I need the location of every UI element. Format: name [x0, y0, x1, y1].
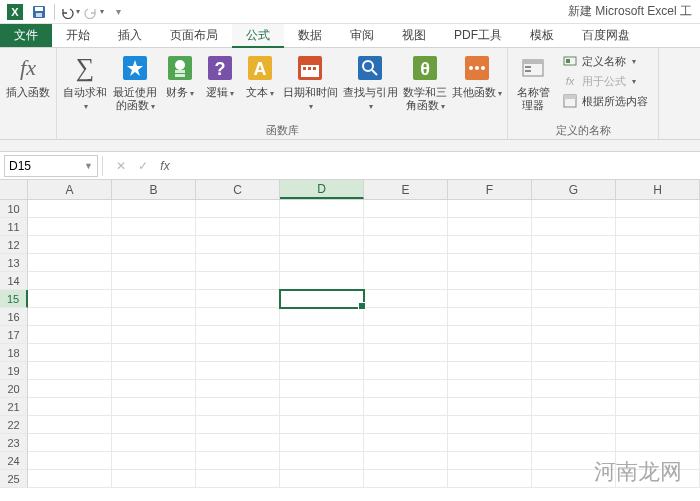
logical-button[interactable]: ? 逻辑▾	[201, 50, 239, 102]
row-header[interactable]: 12	[0, 236, 28, 254]
column-header[interactable]: H	[616, 180, 700, 199]
cell[interactable]	[616, 218, 700, 236]
cell[interactable]	[616, 326, 700, 344]
cell[interactable]	[112, 236, 196, 254]
cell[interactable]	[112, 380, 196, 398]
cell[interactable]	[112, 398, 196, 416]
cell[interactable]	[196, 344, 280, 362]
cell[interactable]	[112, 416, 196, 434]
cell[interactable]	[364, 200, 448, 218]
cell[interactable]	[280, 218, 364, 236]
column-header[interactable]: C	[196, 180, 280, 199]
cell[interactable]	[280, 416, 364, 434]
row-header[interactable]: 15	[0, 290, 28, 308]
cell[interactable]	[616, 308, 700, 326]
tab-file[interactable]: 文件	[0, 24, 52, 47]
select-all-corner[interactable]	[0, 180, 28, 199]
column-header[interactable]: D	[280, 180, 364, 199]
create-from-selection-button[interactable]: 根据所选内容	[560, 92, 650, 110]
tab-formulas[interactable]: 公式	[232, 24, 284, 48]
cell[interactable]	[196, 272, 280, 290]
cell[interactable]	[448, 452, 532, 470]
cell[interactable]	[364, 344, 448, 362]
cell[interactable]	[112, 290, 196, 308]
row-header[interactable]: 25	[0, 470, 28, 488]
cell[interactable]	[448, 362, 532, 380]
cell[interactable]	[112, 362, 196, 380]
cell[interactable]	[112, 308, 196, 326]
cell[interactable]	[616, 200, 700, 218]
cell[interactable]	[280, 272, 364, 290]
tab-data[interactable]: 数据	[284, 24, 336, 47]
cell[interactable]	[448, 380, 532, 398]
tab-page-layout[interactable]: 页面布局	[156, 24, 232, 47]
cell[interactable]	[196, 218, 280, 236]
cell[interactable]	[448, 272, 532, 290]
cell[interactable]	[364, 272, 448, 290]
cell[interactable]	[196, 308, 280, 326]
cell[interactable]	[196, 200, 280, 218]
cell[interactable]	[448, 398, 532, 416]
cell[interactable]	[112, 470, 196, 488]
row-header[interactable]: 21	[0, 398, 28, 416]
cell[interactable]	[532, 452, 616, 470]
column-header[interactable]: F	[448, 180, 532, 199]
tab-review[interactable]: 审阅	[336, 24, 388, 47]
cell[interactable]	[28, 236, 112, 254]
cell[interactable]	[364, 290, 448, 308]
cell[interactable]	[616, 416, 700, 434]
row-header[interactable]: 11	[0, 218, 28, 236]
cell[interactable]	[280, 470, 364, 488]
insert-function-button[interactable]: fx 插入函数	[4, 50, 52, 101]
cell[interactable]	[364, 254, 448, 272]
fx-icon[interactable]: fx	[157, 159, 173, 173]
cell[interactable]	[448, 200, 532, 218]
use-in-formula-button[interactable]: fx 用于公式▾	[560, 72, 650, 90]
cell[interactable]	[448, 254, 532, 272]
column-header[interactable]: E	[364, 180, 448, 199]
row-header[interactable]: 10	[0, 200, 28, 218]
row-header[interactable]: 18	[0, 344, 28, 362]
row-header[interactable]: 24	[0, 452, 28, 470]
cell[interactable]	[28, 218, 112, 236]
chevron-down-icon[interactable]: ▼	[84, 161, 93, 171]
cell[interactable]	[616, 290, 700, 308]
cell[interactable]	[196, 254, 280, 272]
row-header[interactable]: 23	[0, 434, 28, 452]
cell[interactable]	[196, 362, 280, 380]
cell[interactable]	[532, 236, 616, 254]
define-name-button[interactable]: 定义名称▾	[560, 52, 650, 70]
cell[interactable]	[532, 272, 616, 290]
row-header[interactable]: 19	[0, 362, 28, 380]
cell[interactable]	[280, 452, 364, 470]
cell[interactable]	[616, 236, 700, 254]
cell[interactable]	[532, 308, 616, 326]
cell[interactable]	[196, 434, 280, 452]
tab-templates[interactable]: 模板	[516, 24, 568, 47]
cell[interactable]	[280, 200, 364, 218]
cell[interactable]	[532, 344, 616, 362]
undo-icon[interactable]: ▾	[59, 1, 81, 23]
tab-baidu-netdisk[interactable]: 百度网盘	[568, 24, 644, 47]
cell[interactable]	[616, 254, 700, 272]
save-icon[interactable]	[28, 1, 50, 23]
cell[interactable]	[196, 380, 280, 398]
cell[interactable]	[112, 344, 196, 362]
cell[interactable]	[28, 416, 112, 434]
cell[interactable]	[364, 218, 448, 236]
cell[interactable]	[28, 308, 112, 326]
cell[interactable]	[280, 362, 364, 380]
cell[interactable]	[616, 470, 700, 488]
cell[interactable]	[28, 380, 112, 398]
autosum-button[interactable]: ∑ 自动求和▾	[61, 50, 109, 115]
cell[interactable]	[532, 326, 616, 344]
tab-insert[interactable]: 插入	[104, 24, 156, 47]
cell[interactable]	[280, 380, 364, 398]
redo-icon[interactable]: ▾	[83, 1, 105, 23]
cell[interactable]	[112, 434, 196, 452]
lookup-button[interactable]: 查找与引用▾	[341, 50, 399, 115]
recent-functions-button[interactable]: 最近使用的函数▾	[111, 50, 159, 115]
text-button[interactable]: A 文本▾	[241, 50, 279, 102]
cell[interactable]	[280, 344, 364, 362]
cell[interactable]	[196, 236, 280, 254]
